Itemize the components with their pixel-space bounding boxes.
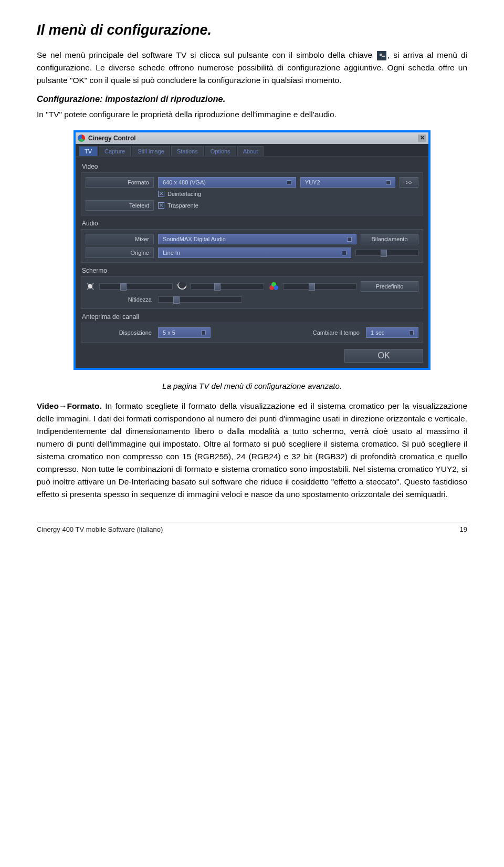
cambiare-value: 1 sec xyxy=(371,329,384,336)
close-button[interactable]: ✕ xyxy=(418,135,426,142)
trasparente-checkbox[interactable]: Trasparente xyxy=(158,202,198,209)
video-section-title: Video xyxy=(82,163,422,170)
cambiare-dropdown[interactable]: 1 sec xyxy=(366,327,418,338)
checkbox-icon xyxy=(158,191,164,197)
nitidezza-label: Nitidezza xyxy=(86,295,154,304)
tab-options[interactable]: Options xyxy=(205,146,236,156)
audio-group: Mixer SoundMAX Digital Audio Bilanciamen… xyxy=(81,229,423,263)
origine-label: Origine xyxy=(86,247,154,258)
cambiare-label: Cambiare il tempo xyxy=(215,328,362,337)
disposizione-label: Disposizione xyxy=(86,328,154,337)
footer-left: Cinergy 400 TV mobile Software (italiano… xyxy=(37,525,163,533)
formato-value: 640 x 480 (VGA) xyxy=(163,179,206,185)
brightness-slider[interactable] xyxy=(99,283,173,290)
chevron-down-icon xyxy=(201,331,206,335)
chevron-down-icon xyxy=(386,180,391,185)
tab-still-image[interactable]: Still image xyxy=(132,146,170,156)
schermo-section-title: Schermo xyxy=(82,267,422,274)
mixer-dropdown[interactable]: SoundMAX Digital Audio xyxy=(158,234,356,244)
app-logo-icon xyxy=(78,135,85,142)
section-intro: In "TV" potete configurare le proprietà … xyxy=(37,108,467,121)
teletext-label: Teletext xyxy=(86,200,154,211)
tab-strip: TV Capture Still image Stations Options … xyxy=(76,144,428,157)
more-button[interactable]: >> xyxy=(400,177,418,188)
chevron-down-icon xyxy=(409,331,414,335)
origine-dropdown[interactable]: Line In xyxy=(158,247,351,258)
colorspace-value: YUY2 xyxy=(305,179,320,185)
chevron-down-icon xyxy=(347,237,352,242)
section-subhead: Configurazione: impostazioni di riproduz… xyxy=(37,94,467,104)
cinergy-control-window: Cinergy Control ✕ TV Capture Still image… xyxy=(74,130,430,370)
ok-button[interactable]: OK xyxy=(344,349,423,363)
mixer-value: SoundMAX Digital Audio xyxy=(163,236,226,242)
tab-tv[interactable]: TV xyxy=(79,146,98,156)
anteprima-section-title: Anteprima dei canali xyxy=(82,313,422,321)
checkbox-icon xyxy=(158,202,164,209)
brightness-icon xyxy=(86,282,95,291)
mixer-label: Mixer xyxy=(86,234,154,244)
origine-value: Line In xyxy=(163,250,180,256)
window-title: Cinergy Control xyxy=(88,135,136,142)
intro-paragraph: Se nel menù principale del software TV s… xyxy=(37,49,467,87)
color-slider[interactable] xyxy=(283,283,356,290)
page-title: Il menù di configurazione. xyxy=(37,22,467,38)
deinterlacing-label: Deinterlacing xyxy=(167,191,201,197)
tab-stations[interactable]: Stations xyxy=(171,146,204,156)
disposizione-value: 5 x 5 xyxy=(163,329,175,336)
video-group: Formato 640 x 480 (VGA) YUY2 >> Deinterl… xyxy=(81,172,423,215)
body-text: In formato scegliete il formato della vi… xyxy=(37,401,467,499)
body-paragraph: Video→Formato. In formato scegliete il f… xyxy=(37,400,467,501)
deinterlacing-checkbox[interactable]: Deinterlacing xyxy=(158,191,201,197)
footer-page-number: 19 xyxy=(460,525,467,533)
contrast-slider[interactable] xyxy=(191,283,264,290)
wrench-icon xyxy=(377,51,386,60)
rgb-icon xyxy=(268,282,279,291)
intro-text-a: Se nel menù principale del software TV s… xyxy=(37,50,376,59)
formato-label: Formato xyxy=(86,177,154,188)
volume-slider[interactable] xyxy=(355,250,418,256)
trasparente-label: Trasparente xyxy=(167,202,198,209)
formato-dropdown[interactable]: 640 x 480 (VGA) xyxy=(158,177,296,188)
anteprima-group: Disposizione 5 x 5 Cambiare il tempo 1 s… xyxy=(81,323,423,343)
disposizione-dropdown[interactable]: 5 x 5 xyxy=(158,327,211,338)
page-footer: Cinergy 400 TV mobile Software (italiano… xyxy=(37,522,467,533)
predefinito-button[interactable]: Predefinito xyxy=(361,281,418,292)
balance-button[interactable]: Bilanciamento xyxy=(361,234,418,244)
figure-caption: La pagina TV del menù di configurazione … xyxy=(37,381,467,390)
audio-section-title: Audio xyxy=(82,220,422,227)
titlebar[interactable]: Cinergy Control ✕ xyxy=(76,132,428,144)
tab-about[interactable]: About xyxy=(237,146,264,156)
body-lead: Video→Formato. xyxy=(37,401,102,410)
tab-capture[interactable]: Capture xyxy=(99,146,131,156)
nitidezza-slider[interactable] xyxy=(158,296,242,303)
schermo-group: Predefinito Nitidezza xyxy=(81,276,423,309)
chevron-down-icon xyxy=(287,180,291,185)
colorspace-dropdown[interactable]: YUY2 xyxy=(300,177,395,188)
contrast-icon xyxy=(177,282,186,291)
chevron-down-icon xyxy=(342,251,346,255)
